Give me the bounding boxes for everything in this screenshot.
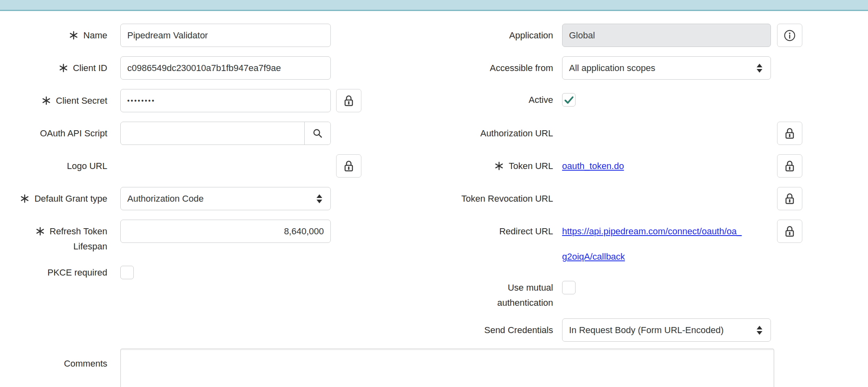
oauth-api-script-lookup-button[interactable] <box>304 122 330 145</box>
default-grant-type-label: Default Grant type <box>0 187 107 210</box>
lock-icon <box>784 127 795 140</box>
token-url-link[interactable]: oauth_token.do <box>562 154 624 178</box>
client-id-label: Client ID <box>0 56 107 80</box>
lock-icon <box>343 160 354 172</box>
redirect-url-link-line1[interactable]: https://api.pipedream.com/connect/oauth/… <box>562 220 742 243</box>
token-url-lock-button[interactable] <box>777 154 802 178</box>
redirect-url-link-line2[interactable]: g2oiqA/callback <box>562 245 625 268</box>
active-label: Active <box>408 93 553 107</box>
logo-url-lock-button[interactable] <box>336 154 361 178</box>
info-icon <box>784 29 796 42</box>
use-mutual-authentication-checkbox[interactable] <box>562 281 576 294</box>
default-grant-type-select[interactable]: Authorization Code <box>120 187 331 210</box>
required-asterisk-icon <box>42 96 51 105</box>
refresh-token-lifespan-input[interactable] <box>120 220 331 243</box>
application-input <box>562 24 771 47</box>
select-arrows-icon <box>317 194 322 203</box>
client-secret-input[interactable] <box>120 89 331 112</box>
send-credentials-label: Send Credentials <box>408 318 553 342</box>
oauth-api-script-input[interactable] <box>121 122 304 145</box>
lock-icon <box>784 160 795 172</box>
client-secret-label: Client Secret <box>0 89 107 112</box>
name-input[interactable] <box>120 24 331 47</box>
redirect-url-lock-button[interactable] <box>777 220 802 243</box>
required-asterisk-icon <box>495 162 503 170</box>
lock-icon <box>784 225 795 238</box>
checkmark-icon <box>564 95 574 105</box>
active-checkbox[interactable] <box>562 93 576 107</box>
required-asterisk-icon <box>59 64 68 72</box>
oauth-registry-form: Name Client ID Client Secret OAuth API S… <box>0 0 868 387</box>
application-label: Application <box>408 24 553 47</box>
select-arrows-icon <box>757 326 762 335</box>
token-revocation-url-label: Token Revocation URL <box>408 187 553 210</box>
pkce-required-label: PKCE required <box>0 266 107 279</box>
name-label: Name <box>0 24 107 47</box>
token-revocation-url-lock-button[interactable] <box>777 187 802 210</box>
client-id-input[interactable] <box>120 56 331 80</box>
section-header-bar <box>0 0 868 11</box>
oauth-api-script-label: OAuth API Script <box>0 122 107 145</box>
comments-label: Comments <box>0 352 107 375</box>
client-secret-lock-button[interactable] <box>336 89 361 112</box>
required-asterisk-icon <box>36 227 44 236</box>
refresh-token-lifespan-label: Refresh Token Lifespan <box>0 224 107 254</box>
search-icon <box>312 128 323 139</box>
redirect-url-label: Redirect URL <box>408 220 553 243</box>
oauth-api-script-field <box>120 122 331 145</box>
token-url-label: Token URL <box>408 154 553 178</box>
lock-icon <box>343 95 354 107</box>
required-asterisk-icon <box>69 31 78 40</box>
accessible-from-select[interactable]: All application scopes <box>562 56 771 80</box>
accessible-from-label: Accessible from <box>408 56 553 80</box>
application-info-button[interactable] <box>777 24 802 47</box>
logo-url-label: Logo URL <box>0 154 107 178</box>
select-arrows-icon <box>757 64 762 73</box>
pkce-required-checkbox[interactable] <box>120 266 134 279</box>
comments-textarea[interactable] <box>120 349 774 387</box>
send-credentials-select[interactable]: In Request Body (Form URL-Encoded) <box>562 318 771 342</box>
authorization-url-label: Authorization URL <box>408 122 553 145</box>
use-mutual-authentication-label: Use mutual authentication <box>408 280 553 310</box>
required-asterisk-icon <box>20 194 29 203</box>
authorization-url-lock-button[interactable] <box>777 122 802 145</box>
lock-icon <box>784 193 795 205</box>
